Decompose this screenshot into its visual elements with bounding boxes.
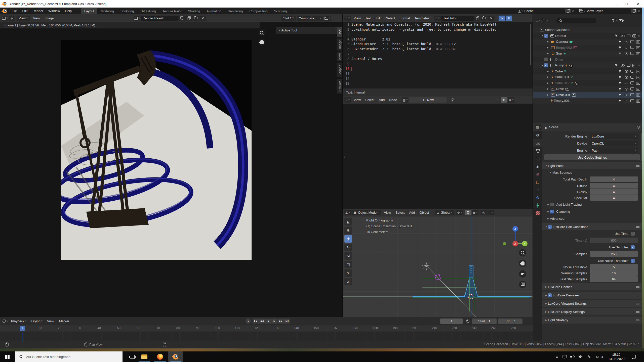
eye-toggle-icon[interactable] [621, 63, 625, 67]
text-datablock[interactable]: ≡˅ Text.Info ✕ [434, 16, 495, 21]
viewport-camera-icon[interactable] [519, 270, 526, 278]
screen-toggle-icon[interactable] [630, 69, 634, 73]
image-zoom-icon[interactable] [258, 29, 265, 36]
expander-icon[interactable]: ▶ [546, 88, 550, 90]
new-material-button[interactable]: ＋New [409, 97, 447, 103]
prev-key-button[interactable]: ◀◀ [259, 319, 265, 324]
eye-toggle-icon[interactable] [624, 75, 628, 79]
prop-select-render-engine[interactable]: LuxCore˅ [590, 133, 638, 139]
scene-copy-icon[interactable] [565, 9, 571, 13]
select-toggle-icon[interactable] [615, 63, 619, 67]
toggle-add-light-tracing[interactable]: ▶Add Light Tracing [542, 201, 642, 208]
expander-icon[interactable]: ▶ [546, 52, 550, 55]
select-toggle-icon[interactable] [619, 93, 623, 97]
properties-tab-view-layer[interactable] [533, 155, 542, 162]
section-luxcore-viewport-settings[interactable]: ▶LuxCore Viewport Settings [542, 300, 642, 307]
subsection-expander-icon[interactable]: ▼ [549, 171, 552, 174]
panel-drag-dots[interactable] [332, 29, 336, 31]
section-expander-icon[interactable]: ▶ [544, 311, 548, 313]
sidebar-tab-image[interactable]: Image [337, 38, 343, 51]
menu-view[interactable]: View [45, 319, 57, 323]
timeline-collapse-icon[interactable]: ‹ [531, 334, 532, 337]
properties-tab-physics[interactable]: ◔ [533, 186, 542, 194]
end-frame-field[interactable]: End1 [498, 319, 522, 324]
menu-view[interactable]: View [382, 211, 393, 214]
section-expander-icon[interactable]: ▶ [544, 286, 548, 288]
scene-selector[interactable]: ◭˅ Scene ✕ [517, 8, 577, 14]
snap-magnet-icon[interactable]: Ω [465, 210, 471, 215]
eye-closed-toggle-icon[interactable] [624, 81, 628, 85]
toggle-checkbox[interactable]: ✓ [550, 210, 554, 213]
menu-edit[interactable]: Edit [374, 16, 384, 20]
screen-toggle-icon[interactable] [630, 75, 634, 79]
viewport-ortho-grid-icon[interactable] [519, 281, 526, 288]
line-numbers-toggle-icon[interactable]: 1≡ [499, 16, 505, 21]
rotate-tool-icon[interactable]: ↻ [344, 244, 352, 251]
select-toggle-icon[interactable] [619, 81, 623, 85]
new-collection-icon[interactable]: + [618, 18, 625, 23]
move-tool-icon[interactable]: ✚ [344, 235, 352, 243]
outliner-row-drive[interactable]: Drive [533, 57, 642, 63]
properties-tab-render[interactable] [533, 139, 542, 147]
prop-value-diffuse[interactable]: 4 [590, 183, 638, 189]
jump-start-button[interactable]: ▮◀ [253, 319, 259, 324]
annotate-tool-icon[interactable]: ✎ [344, 269, 352, 277]
new-image-copy-icon[interactable] [185, 16, 192, 21]
use-time-checkbox[interactable] [631, 232, 635, 236]
image-datablock[interactable]: ˅ Render Result ✕ [134, 16, 207, 21]
outliner-row-cube-001[interactable]: ▶▼Cube.001▽ [533, 74, 642, 80]
pen-tray-icon[interactable]: ✎ [586, 351, 593, 362]
screen-toggle-icon[interactable] [626, 63, 630, 67]
language-indicator[interactable]: DEU [594, 351, 605, 362]
drag-dots-icon[interactable] [636, 294, 639, 296]
outliner-row-scene-collection[interactable]: Scene Collection [533, 27, 642, 33]
image-canvas[interactable] [0, 22, 342, 317]
outliner-row-camera[interactable]: ▶Camera [533, 39, 642, 45]
menu-select[interactable]: Select [384, 16, 397, 20]
open-image-folder-icon[interactable] [192, 16, 199, 21]
view-layer-unlink-icon[interactable]: ✕ [638, 9, 640, 13]
prop-value-specular[interactable]: 4 [590, 195, 638, 201]
select-toggle-icon[interactable] [615, 34, 619, 38]
text-scrollbar[interactable] [530, 24, 531, 65]
material-slot-icon[interactable]: ▤˅ [402, 97, 408, 103]
volume-icon[interactable] [569, 351, 576, 362]
sidebar-tab-tool[interactable]: Tool [337, 27, 343, 37]
view-layer-copy-icon[interactable] [631, 9, 637, 13]
transform-tool-icon[interactable]: ◰ [344, 261, 352, 268]
workspace-tab-rendering[interactable]: Rendering [224, 8, 246, 14]
section-checkbox[interactable]: ✓ [548, 225, 552, 229]
add-workspace-button[interactable]: ＋ [290, 7, 300, 14]
fake-user-shield-icon[interactable] [178, 16, 185, 21]
gizmo-y-neg[interactable] [503, 242, 506, 245]
workspace-tab-uv-editing[interactable]: UV Editing [137, 8, 159, 14]
workspace-tab-texture-paint[interactable]: Texture Paint [159, 8, 185, 14]
taskbar-search-input[interactable]: Zur Suche Text hier eingeben [15, 351, 123, 362]
measure-tool-icon[interactable]: ⊿ [344, 278, 352, 285]
editor-type-node-icon[interactable]: ◑˅ [344, 97, 351, 103]
outliner-scene-mode-icon[interactable]: ˅ [542, 18, 548, 23]
minimize-button[interactable]: – [609, 0, 621, 8]
render-toggle-icon[interactable] [636, 69, 640, 73]
node-snap-magnet-icon[interactable]: Ω [501, 97, 507, 103]
proportional-edit-icon[interactable]: ◎ [480, 210, 487, 215]
action-center-icon[interactable] [629, 351, 638, 362]
new-text-copy-icon[interactable] [474, 16, 480, 21]
viewport-zoom-icon[interactable] [519, 249, 526, 256]
gizmo-x-axis[interactable]: X [512, 241, 518, 246]
menu-render[interactable]: Render [30, 9, 46, 13]
start-frame-field[interactable]: Start1 [472, 319, 497, 324]
render-toggle-icon[interactable] [636, 52, 640, 56]
scene-unlink-icon[interactable]: ✕ [572, 9, 575, 13]
playback-dropdown[interactable]: Playback˅ [9, 319, 28, 324]
menu-select[interactable]: Select [363, 98, 377, 102]
editor-type-text-icon[interactable]: ≡˅ [344, 16, 351, 21]
drag-dots-icon[interactable] [636, 165, 639, 167]
current-frame-marker[interactable]: 1 [20, 326, 25, 331]
section-luxcore-halt-conditions[interactable]: ▼✓LuxCore Halt Conditions [542, 223, 642, 230]
menu-marker[interactable]: Marker [57, 319, 72, 323]
start-button[interactable] [0, 351, 15, 362]
screen-toggle-icon[interactable] [630, 93, 634, 97]
next-key-button[interactable]: ▶▶ [278, 319, 284, 324]
select-outline-toggle-icon[interactable] [619, 52, 623, 56]
